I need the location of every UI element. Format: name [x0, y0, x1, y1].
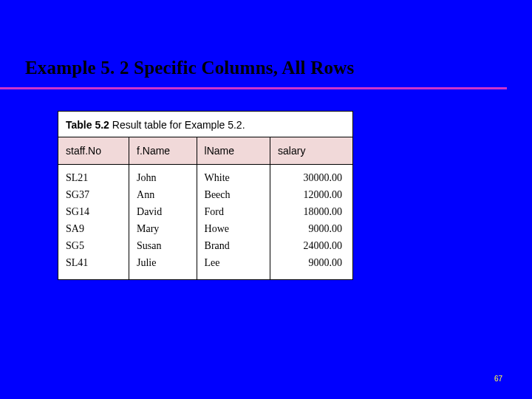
- table-caption-desc: Result table for Example 5.2.: [109, 119, 245, 131]
- table-row: SA9 Mary Howe 9000.00: [58, 220, 352, 237]
- cell-staffno: SL21: [58, 165, 129, 187]
- cell-fname: David: [129, 203, 197, 220]
- col-header-lname: lName: [197, 137, 270, 165]
- table-row: SG5 Susan Brand 24000.00: [58, 237, 352, 254]
- cell-fname: John: [129, 165, 197, 187]
- page-title: Example 5. 2 Specific Columns, All Rows: [25, 58, 507, 78]
- cell-lname: Beech: [197, 186, 270, 203]
- result-table-panel: Table 5.2 Result table for Example 5.2. …: [58, 111, 353, 280]
- table-row: SL21 John White 30000.00: [58, 165, 352, 187]
- table-row: SL41 Julie Lee 9000.00: [58, 254, 352, 279]
- cell-lname: Ford: [197, 203, 270, 220]
- cell-salary: 18000.00: [270, 203, 352, 220]
- col-header-staffno: staff.No: [58, 137, 129, 165]
- cell-salary: 9000.00: [270, 220, 352, 237]
- cell-lname: Howe: [197, 220, 270, 237]
- col-header-fname: f.Name: [129, 137, 197, 165]
- cell-fname: Ann: [129, 186, 197, 203]
- col-header-salary: salary: [270, 137, 352, 165]
- cell-salary: 30000.00: [270, 165, 352, 187]
- table-row: SG14 David Ford 18000.00: [58, 203, 352, 220]
- cell-lname: Brand: [197, 237, 270, 254]
- cell-staffno: SL41: [58, 254, 129, 279]
- cell-staffno: SG37: [58, 186, 129, 203]
- cell-salary: 12000.00: [270, 186, 352, 203]
- table-caption-label: Table 5.2: [66, 119, 109, 131]
- table-header-row: staff.No f.Name lName salary: [58, 137, 352, 165]
- cell-lname: White: [197, 165, 270, 187]
- result-table: staff.No f.Name lName salary SL21 John W…: [58, 137, 352, 279]
- cell-fname: Susan: [129, 237, 197, 254]
- table-row: SG37 Ann Beech 12000.00: [58, 186, 352, 203]
- cell-salary: 9000.00: [270, 254, 352, 279]
- table-caption: Table 5.2 Result table for Example 5.2.: [58, 112, 352, 137]
- cell-fname: Mary: [129, 220, 197, 237]
- cell-salary: 24000.00: [270, 237, 352, 254]
- cell-lname: Lee: [197, 254, 270, 279]
- cell-staffno: SG14: [58, 203, 129, 220]
- cell-staffno: SA9: [58, 220, 129, 237]
- cell-fname: Julie: [129, 254, 197, 279]
- cell-staffno: SG5: [58, 237, 129, 254]
- title-underline: [0, 87, 507, 89]
- page-number: 67: [494, 375, 502, 383]
